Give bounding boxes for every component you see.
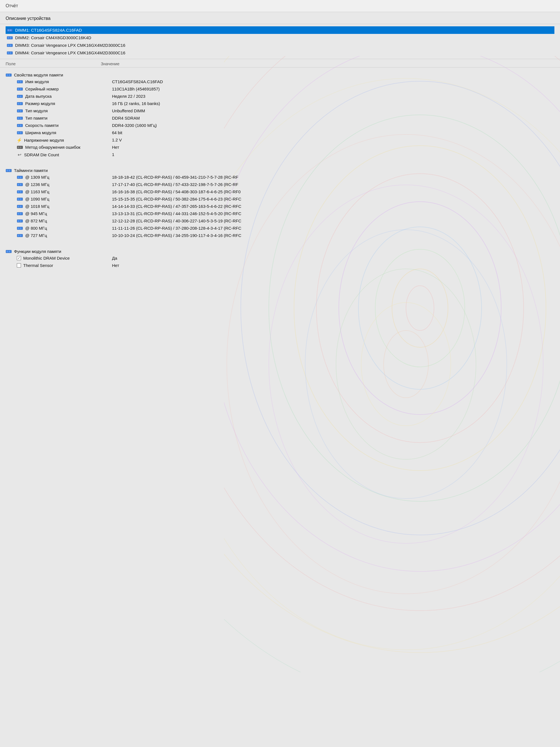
timing-row-3: @ 1090 МГц 15-15-15-35 (CL-RCD-RP-RAS) /… bbox=[17, 196, 554, 203]
svg-rect-87 bbox=[18, 227, 19, 229]
svg-rect-66 bbox=[18, 177, 19, 178]
timing-value-6: 12-12-12-28 (CL-RCD-RP-RAS) / 40-306-227… bbox=[112, 218, 554, 223]
prop-row-ecc: Метод обнаружения ошибок Нет bbox=[17, 144, 554, 151]
prop-value-mem-type: DDR4 SDRAM bbox=[112, 116, 554, 121]
svg-rect-64 bbox=[9, 170, 10, 172]
prop-value-voltage: 1.2 V bbox=[112, 137, 554, 142]
timing-value-5: 13-13-13-31 (CL-RCD-RP-RAS) / 44-331-246… bbox=[112, 211, 554, 216]
prop-row-speed: Скорость памяти DDR4-3200 (1600 МГц) bbox=[17, 122, 554, 129]
prop-label-module-type: Тип модуля bbox=[17, 108, 112, 113]
device-item-dimm2[interactable]: DIMM2: Corsair CM4X8GD3000C16K4D bbox=[6, 34, 554, 42]
svg-rect-85 bbox=[20, 220, 22, 222]
prop-value-ecc: Нет bbox=[112, 145, 554, 150]
svg-rect-60 bbox=[18, 147, 19, 148]
col-header-field: Поле bbox=[6, 61, 101, 66]
prop-value-speed: DDR4-3200 (1600 МГц) bbox=[112, 123, 554, 128]
svg-point-1 bbox=[392, 269, 448, 347]
memory-properties-title: Свойства модуля памяти bbox=[6, 71, 554, 78]
prop-label-size: Размер модуля bbox=[17, 101, 112, 106]
svg-rect-33 bbox=[6, 74, 8, 76]
checkbox-thermal[interactable] bbox=[17, 263, 21, 267]
device-item-dimm1[interactable]: DIMM1: CT16G4SFS824A.C16FAD bbox=[6, 26, 554, 34]
svg-rect-57 bbox=[18, 132, 19, 134]
svg-rect-22 bbox=[10, 29, 11, 31]
svg-rect-84 bbox=[18, 220, 19, 222]
svg-point-13 bbox=[383, 331, 428, 398]
timing-value-8: 10-10-10-24 (CL-RCD-RP-RAS) / 34-255-190… bbox=[112, 233, 554, 238]
prop-label-module-name: Имя модуля bbox=[17, 79, 112, 84]
prop-label-date: Дата выпуска bbox=[17, 94, 112, 99]
prop-label-mem-type: Тип памяти bbox=[17, 116, 112, 121]
svg-rect-52 bbox=[20, 118, 22, 119]
prop-row-date: Дата выпуска Неделя 22 / 2023 bbox=[17, 93, 554, 100]
memory-fields: Имя модуля CT16G4SFS824A.C16FAD Серийный… bbox=[6, 78, 554, 158]
svg-rect-72 bbox=[18, 191, 19, 193]
timings-title: Тайминги памяти bbox=[6, 166, 554, 174]
prop-label-serial: Серийный номер bbox=[17, 86, 112, 91]
feature-value-thermal: Нет bbox=[112, 263, 554, 268]
prop-row-module-name: Имя модуля CT16G4SFS824A.C16FAD bbox=[17, 78, 554, 86]
device-list: DIMM1: CT16G4SFS824A.C16FAD DIMM2: Corsa… bbox=[0, 24, 560, 59]
timing-row-5: @ 945 МГц 13-13-13-31 (CL-RCD-RP-RAS) / … bbox=[17, 210, 554, 217]
svg-rect-63 bbox=[6, 170, 8, 172]
timing-row-6: @ 872 МГц 12-12-12-28 (CL-RCD-RP-RAS) / … bbox=[17, 217, 554, 225]
svg-rect-45 bbox=[18, 103, 19, 104]
timing-fields: @ 1309 МГц 18-18-18-42 (CL-RCD-RP-RAS) /… bbox=[6, 174, 554, 239]
checkbox-monolithic[interactable] bbox=[17, 256, 21, 260]
svg-rect-82 bbox=[20, 213, 22, 214]
svg-rect-54 bbox=[18, 125, 19, 126]
svg-rect-61 bbox=[20, 147, 22, 148]
svg-rect-48 bbox=[18, 110, 19, 112]
svg-rect-21 bbox=[7, 29, 9, 31]
prop-row-module-type: Тип модуля Unbuffered DIMM bbox=[17, 107, 554, 115]
svg-rect-91 bbox=[20, 235, 22, 236]
svg-rect-24 bbox=[7, 37, 9, 38]
timing-label-0: @ 1309 МГц bbox=[17, 175, 112, 180]
svg-rect-94 bbox=[9, 251, 10, 252]
timing-label-6: @ 872 МГц bbox=[17, 218, 112, 223]
timings-section: Тайминги памяти @ 1309 МГц 18-18-18-42 (… bbox=[0, 164, 560, 240]
device-item-dimm4[interactable]: DIMM4: Corsair Vengeance LPX CMK16GX4M2D… bbox=[6, 49, 554, 57]
timing-label-5: @ 945 МГц bbox=[17, 211, 112, 216]
svg-rect-76 bbox=[20, 198, 22, 200]
svg-rect-69 bbox=[18, 184, 19, 185]
svg-rect-28 bbox=[10, 45, 11, 46]
prop-value-serial: 110C1A1Bh (454691857) bbox=[112, 86, 554, 91]
prop-row-serial: Серийный номер 110C1A1Bh (454691857) bbox=[17, 86, 554, 93]
timing-label-2: @ 1163 МГц bbox=[17, 189, 112, 194]
timing-row-0: @ 1309 МГц 18-18-18-42 (CL-RCD-RP-RAS) /… bbox=[17, 174, 554, 181]
svg-rect-78 bbox=[18, 206, 19, 207]
prop-row-voltage: ⚡ Напряжение модуля 1.2 V bbox=[17, 137, 554, 144]
features-title: Функции модуля памяти bbox=[6, 247, 554, 255]
prop-value-size: 16 ГБ (2 ranks, 16 banks) bbox=[112, 101, 554, 106]
window-title: Отчёт bbox=[0, 0, 560, 12]
timing-row-1: @ 1236 МГц 17-17-17-40 (CL-RCD-RP-RAS) /… bbox=[17, 181, 554, 188]
prop-value-module-type: Unbuffered DIMM bbox=[112, 108, 554, 113]
timing-label-3: @ 1090 МГц bbox=[17, 197, 112, 201]
timing-label-8: @ 727 МГц bbox=[17, 233, 112, 238]
prop-label-speed: Скорость памяти bbox=[17, 123, 112, 128]
svg-rect-43 bbox=[20, 96, 22, 97]
device-label-dimm2: DIMM2: Corsair CM4X8GD3000C16K4D bbox=[15, 35, 91, 40]
svg-rect-25 bbox=[10, 37, 11, 38]
svg-rect-27 bbox=[7, 45, 9, 46]
timing-row-7: @ 800 МГц 11-11-11-26 (CL-RCD-RP-RAS) / … bbox=[17, 225, 554, 232]
prop-value-width: 64 bit bbox=[112, 130, 554, 135]
arrow-icon: ↩ bbox=[17, 152, 22, 157]
svg-rect-30 bbox=[7, 52, 9, 54]
svg-rect-55 bbox=[20, 125, 22, 126]
svg-rect-88 bbox=[20, 227, 22, 229]
timing-row-2: @ 1163 МГц 16-16-16-38 (CL-RCD-RP-RAS) /… bbox=[17, 188, 554, 196]
prop-value-die-count: 1 bbox=[112, 152, 554, 157]
feature-row-thermal: Thermal Sensor Нет bbox=[17, 262, 554, 269]
svg-point-15 bbox=[336, 269, 476, 459]
device-item-dimm3[interactable]: DIMM3: Corsair Vengeance LPX CMK16GX4M2D… bbox=[6, 42, 554, 49]
prop-label-width: Ширина модуля bbox=[17, 130, 112, 135]
svg-rect-31 bbox=[10, 52, 11, 54]
svg-rect-40 bbox=[20, 88, 22, 90]
feature-row-monolithic: Monolithic DRAM Device Да bbox=[17, 255, 554, 262]
prop-value-module-name: CT16G4SFS824A.C16FAD bbox=[112, 79, 554, 84]
svg-rect-49 bbox=[20, 110, 22, 112]
svg-rect-81 bbox=[18, 213, 19, 214]
device-label-dimm3: DIMM3: Corsair Vengeance LPX CMK16GX4M2D… bbox=[15, 43, 126, 48]
